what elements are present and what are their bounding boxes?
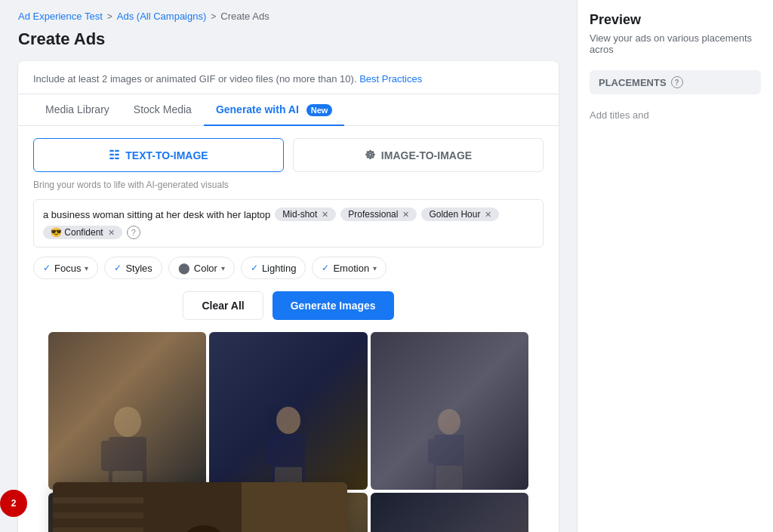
generate-images-button[interactable]: Generate Images [273, 291, 394, 320]
svg-rect-29 [242, 482, 347, 532]
image-to-image-btn[interactable]: ☸ IMAGE-TO-IMAGE [293, 138, 544, 172]
preview-subtitle: View your ads on various placements acro… [590, 32, 761, 55]
svg-point-4 [276, 407, 300, 434]
image-figure-1 [48, 332, 206, 490]
breadcrumb-current: Create Ads [220, 11, 269, 22]
tag-close-mid-shot[interactable]: ✕ [322, 210, 328, 220]
gen-type-buttons: ☷ TEXT-TO-IMAGE ☸ IMAGE-TO-IMAGE [33, 138, 544, 172]
svg-rect-10 [428, 439, 439, 463]
emotion-chevron-icon: ▾ [373, 264, 377, 272]
big-preview-overlay [53, 482, 347, 532]
focus-check-icon: ✓ [43, 263, 51, 273]
image-figure-3 [371, 332, 528, 490]
filters-row: ✓ Focus ▾ ✓ Styles ⬤ Color ▾ ✓ [33, 257, 544, 279]
big-preview-image [53, 482, 347, 532]
filter-color[interactable]: ⬤ Color ▾ [168, 257, 235, 279]
text-image-icon: ☷ [109, 148, 119, 162]
filter-emotion[interactable]: ✓ Emotion ▾ [312, 257, 386, 279]
tab-stock-media[interactable]: Stock Media [122, 94, 204, 126]
focus-chevron-icon: ▾ [85, 264, 88, 272]
tab-media-library[interactable]: Media Library [33, 94, 122, 126]
svg-rect-2 [101, 441, 115, 471]
breadcrumb-link-1[interactable]: Ad Experience Test [18, 11, 103, 22]
placements-label: PLACEMENTS ? [590, 70, 761, 94]
add-titles-text: Add titles and [590, 109, 761, 121]
clear-all-button[interactable]: Clear All [183, 291, 263, 320]
action-row: Clear All Generate Images [33, 291, 544, 320]
image-figure-6 [371, 493, 528, 532]
page-title: Create Ads [0, 26, 577, 61]
tag-mid-shot: Mid-shot ✕ [275, 208, 336, 221]
filter-lighting[interactable]: ✓ Lighting [241, 257, 306, 279]
generated-image-1[interactable] [48, 332, 206, 490]
svg-point-0 [114, 407, 141, 437]
tag-professional: Professional ✕ [340, 208, 417, 221]
tag-close-confident[interactable]: ✕ [108, 228, 115, 238]
img-image-icon: ☸ [365, 148, 375, 162]
svg-rect-26 [53, 512, 143, 518]
text-to-image-btn[interactable]: ☷ TEXT-TO-IMAGE [33, 138, 284, 172]
media-tabs: Media Library Stock Media Generate with … [18, 94, 559, 126]
images-container: ••• ••• ••• [33, 332, 544, 532]
filter-focus[interactable]: ✓ Focus ▾ [33, 257, 98, 279]
tag-confident: 😎 Confident ✕ [43, 226, 122, 239]
color-chevron-icon: ▾ [221, 264, 225, 272]
best-practices-link[interactable]: Best Practices [359, 73, 422, 85]
prompt-tags-area: a business woman sitting at her desk wit… [43, 208, 534, 239]
breadcrumb-sep-1: > [107, 11, 112, 22]
breadcrumb-sep-2: > [211, 11, 216, 22]
lighting-check-icon: ✓ [251, 263, 258, 273]
generated-image-6[interactable] [371, 493, 528, 532]
gen-subtitle: Bring your words to life with AI-generat… [33, 180, 544, 190]
placements-help-icon[interactable]: ? [671, 76, 683, 88]
breadcrumb: Ad Experience Test > Ads (All Campaigns)… [0, 0, 577, 26]
svg-rect-27 [53, 527, 143, 532]
svg-rect-11 [436, 466, 463, 490]
generated-image-2[interactable] [209, 332, 367, 490]
preview-title: Preview [590, 12, 761, 28]
breadcrumb-link-2[interactable]: Ads (All Campaigns) [117, 11, 207, 22]
tag-close-golden-hour[interactable]: ✕ [485, 210, 491, 220]
svg-rect-6 [266, 438, 278, 465]
generate-area: ☷ TEXT-TO-IMAGE ☸ IMAGE-TO-IMAGE Bring y… [18, 126, 559, 532]
include-text: Include at least 2 images or animated GI… [18, 61, 559, 94]
prompt-box[interactable]: a business woman sitting at her desk wit… [33, 199, 544, 248]
filter-styles[interactable]: ✓ Styles [104, 257, 162, 279]
svg-point-8 [438, 409, 460, 435]
color-dot-icon: ⬤ [178, 262, 190, 274]
svg-rect-25 [53, 497, 143, 503]
styles-check-icon: ✓ [114, 263, 122, 273]
prompt-main-text: a business woman sitting at her desk wit… [43, 209, 270, 220]
generated-image-3[interactable] [371, 332, 528, 490]
preview-sidebar: Preview View your ads on various placeme… [577, 0, 773, 532]
prompt-help-icon[interactable]: ? [127, 226, 140, 239]
tag-golden-hour: Golden Hour ✕ [421, 208, 499, 221]
emotion-check-icon: ✓ [322, 263, 329, 273]
tag-close-professional[interactable]: ✕ [402, 210, 409, 220]
image-figure-2 [209, 332, 367, 490]
tab-generate-ai[interactable]: Generate with AI New [204, 94, 344, 126]
new-badge: New [306, 104, 333, 116]
notification-badge[interactable]: 2 [0, 490, 27, 517]
main-card: Include at least 2 images or animated GI… [18, 61, 559, 532]
